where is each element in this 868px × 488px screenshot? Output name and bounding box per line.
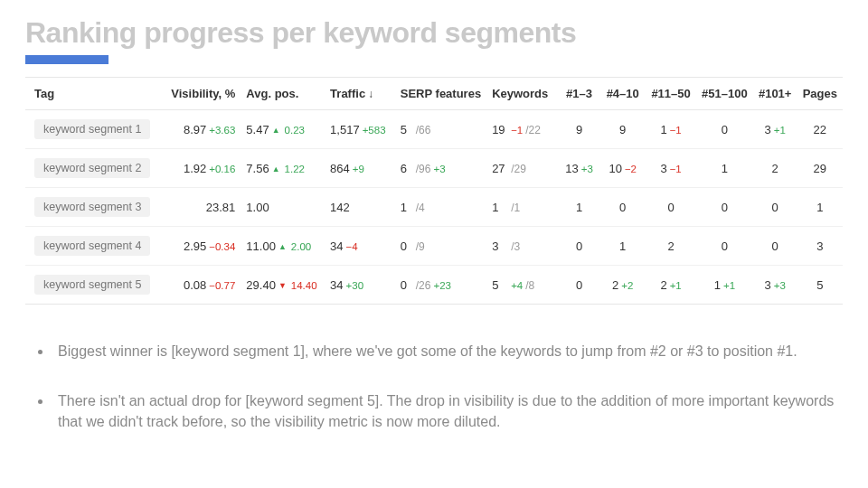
col-traffic[interactable]: Traffic [325,78,395,110]
delta: +4 [508,280,523,291]
notes-list: Biggest winner is [keyword segment 1], w… [25,341,843,433]
delta: +3 [771,280,786,291]
delta: −2 [622,164,637,174]
delta: +3 [430,164,445,174]
delta: +30 [344,280,364,291]
delta: −1 [667,164,682,174]
ranking-table: Tag Visibility, % Avg. pos. Traffic SERP… [25,77,843,305]
sort-desc-icon: Traffic [330,87,373,100]
delta: +9 [350,164,364,174]
title-underline [25,55,108,64]
delta: 2.00 [288,241,311,252]
tag-pill[interactable]: keyword segment 5 [34,275,150,295]
delta: +2 [618,280,633,291]
tag-pill[interactable]: keyword segment 2 [34,158,150,178]
page-title: Ranking progress per keyword segments [25,16,843,50]
note-item: Biggest winner is [keyword segment 1], w… [52,341,843,361]
delta: 1.22 [282,164,305,174]
delta: −1 [508,125,523,136]
col-11-50[interactable]: #11–50 [646,78,696,110]
tag-pill[interactable]: keyword segment 3 [34,197,150,217]
delta: +3.63 [206,125,235,136]
delta: −4 [344,241,358,252]
delta: −1 [667,125,682,136]
delta: −0.34 [206,241,235,252]
col-4-10[interactable]: #4–10 [599,78,646,110]
delta: +0.16 [206,164,235,174]
triangle-up-icon [269,162,282,175]
delta: 0.23 [282,125,305,136]
table-header: Tag Visibility, % Avg. pos. Traffic SERP… [25,78,843,110]
tag-pill[interactable]: keyword segment 4 [34,236,150,256]
col-tag[interactable]: Tag [25,78,162,110]
table-row: keyword segment 323.811.001421/41/110000… [25,188,843,227]
table-row: keyword segment 50.08−0.7729.4014.4034+3… [25,266,843,305]
col-avg-pos[interactable]: Avg. pos. [241,78,325,110]
delta: +1 [721,280,735,291]
table-row: keyword segment 21.92+0.167.561.22864+96… [25,149,843,188]
triangle-up-icon [269,123,282,136]
triangle-up-icon [276,239,288,253]
delta: +583 [360,125,386,136]
col-51-100[interactable]: #51–100 [696,78,753,110]
col-keywords[interactable]: Keywords [486,78,558,110]
tag-pill[interactable]: keyword segment 1 [34,119,150,139]
col-visibility[interactable]: Visibility, % [162,78,241,110]
triangle-down-icon [276,278,288,292]
col-1-3[interactable]: #1–3 [559,78,600,110]
delta: +3 [579,164,593,174]
table-row: keyword segment 42.95−0.3411.002.0034−40… [25,227,843,266]
delta: +1 [771,125,786,136]
delta: 14.40 [288,280,317,291]
col-pages[interactable]: Pages [797,78,843,110]
table-row: keyword segment 18.97+3.635.470.231,517+… [25,110,843,149]
col-serp[interactable]: SERP features [395,78,486,110]
col-101[interactable]: #101+ [753,78,797,110]
delta: +1 [667,280,682,291]
delta: −0.77 [206,280,235,291]
note-item: There isn't an actual drop for [keyword … [52,390,843,432]
delta: +23 [430,280,451,291]
